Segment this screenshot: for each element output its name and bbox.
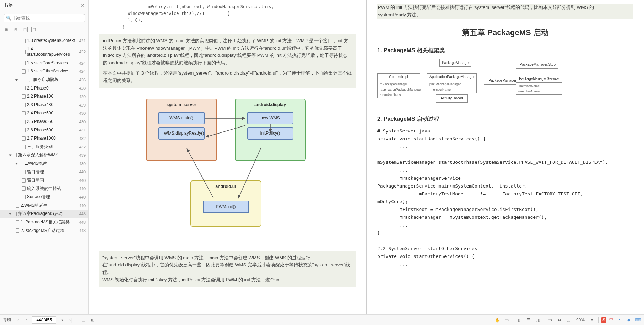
tree-item[interactable]: 1.4 startBootstrapServices422 [0,45,88,59]
first-page-button[interactable]: |‹ [15,317,20,323]
zoom-out-button[interactable]: ⊟ [80,317,87,323]
tree-item[interactable]: 2.WMS的诞生440 [0,201,88,210]
expand-icon[interactable] [15,163,18,164]
tree-item[interactable]: 2.7 Phase1000432 [0,134,88,143]
tree-item-page: 440 [79,178,86,183]
section-heading: 1. PackageMS 相关框架类 [377,46,633,55]
select-tool-icon[interactable]: ▭ [504,317,510,323]
tree-item[interactable]: 第四章深入解析WMS439 [0,151,88,159]
view-continuous-icon[interactable]: ☰ [525,317,532,323]
tree-item[interactable]: 第五章PackageMS启动448 [0,210,88,218]
rotate-icon[interactable]: ⟲ [547,317,553,323]
tree-item[interactable]: 窗口动画440 [0,176,88,185]
diagram-box-title: android.display [236,102,305,108]
tree-item-page: 424 [79,69,86,74]
paragraph: "system_server"线程中会调用 WMS 的 main 方法，main… [99,251,356,287]
expand-icon[interactable]: ⊞ [4,27,9,32]
diagram-node: WMS.main() [158,112,205,124]
page-right: PWM 的 init 方法执行完毕后会接着执行运行在"system_server… [367,0,644,314]
tree-item[interactable]: Surface管理440 [0,193,88,201]
tree-item[interactable]: 1.5 startCoreServices424 [0,59,88,67]
tree-item-label: 2.3 Phase480 [27,102,53,108]
close-icon[interactable]: ✕ [81,2,85,8]
tree-item-page: 432 [79,145,86,149]
page-input[interactable] [32,316,56,324]
bookmark-icon [22,50,26,54]
tree-item-label: Surface管理 [27,194,50,200]
ime-badge[interactable]: S [601,317,606,323]
bookmark-icon [22,145,26,149]
fit-page-icon[interactable]: ▢ [565,317,572,323]
tree-item[interactable]: 窗口管理440 [0,168,88,177]
diagram-box-title: android.ui [191,183,261,190]
bookmark-icon [20,162,23,166]
last-page-button[interactable]: ›| [68,317,73,323]
tree-item-page: 448 [79,228,86,233]
tree-item-label: 2.6 Phase600 [27,128,53,133]
tree-item[interactable]: 1.6 startOtherServices424 [0,67,88,76]
hand-tool-icon[interactable]: ✋ [494,317,501,323]
expand-icon[interactable] [9,155,12,156]
tree-item[interactable]: 二、服务启动阶段426 [0,76,88,84]
tree-item[interactable]: 2.6 Phase600431 [0,126,88,135]
footer-bar: 导航 |‹ ‹ › ›| ⊟ ⊞ ✋ ▭ ▯ ☰ ▯▯ ⟲ ⇔ ▢ 99% ▾ … [0,314,644,325]
tree-item[interactable]: 三、服务类别432 [0,143,88,151]
tree-item[interactable]: 2.3 Phase480429 [0,101,88,109]
zoom-level[interactable]: 99% [575,317,586,323]
tree-item[interactable]: 2.4 Phase500430 [0,109,88,118]
expand-icon[interactable] [15,79,18,81]
bookmark-icon [22,120,26,124]
tree-item-page: 429 [79,103,86,107]
chevron-down-icon[interactable]: ▾ [589,317,595,323]
diagram-node: WMS.displayReady() [158,127,205,140]
bookmark-icon [13,212,17,216]
diagram-node: new WMS [247,112,293,124]
ime-dot-icon[interactable]: • [616,317,623,323]
tree-item[interactable]: 1. PackageMS相关框架类448 [0,218,88,227]
tree-item-page: 421 [79,39,86,43]
prev-page-button[interactable]: ‹ [24,317,28,323]
view-facing-icon[interactable]: ▯▯ [535,317,541,323]
bookmark-icon [22,111,26,115]
ime-settings-icon[interactable]: ☻ [626,317,632,323]
thread-diagram: system_server WMS.main() WMS.displayRead… [135,99,320,241]
tree-item[interactable]: 2.PackageMS启动过程448 [0,227,88,235]
tree-item-page: 439 [79,153,86,157]
tree-item-label: 二、服务启动阶段 [25,77,59,83]
next-page-button[interactable]: › [60,317,64,323]
tree-item-label: 1.WMS概述 [25,161,47,167]
tree-item-page: 440 [79,195,86,199]
view-single-icon[interactable]: ▯ [516,317,523,323]
bookmark-icon [22,103,26,107]
zoom-in-button[interactable]: ⊞ [90,317,96,323]
bookmark-icon [22,39,26,43]
tree-item-label: 2.WMS的诞生 [21,203,47,208]
tree-item-label: 1.3 createSystemContext [27,38,75,44]
bookmark-tree[interactable]: 1.3 createSystemContext4211.4 startBoots… [0,35,88,314]
tree-item-label: 2.2 Phase100 [27,94,53,99]
tree-item-page: 440 [79,170,86,174]
ime-lang[interactable]: 中 [609,317,613,323]
sidebar-toolbar: ⊞ ⊟ ☐ ☐ [0,25,88,35]
tree-item[interactable]: 2.1 Phase0428 [0,84,88,93]
tree-item[interactable]: 1.3 createSystemContext421 [0,37,88,45]
tree-item-label: 1.4 startBootstrapServices [27,47,77,58]
tree-item-label: 窗口动画 [27,178,44,183]
tree-item-page: 430 [79,120,86,124]
tree-item[interactable]: 1.WMS概述439 [0,159,88,168]
bookmark-icon-2[interactable]: ☐ [31,27,37,32]
bookmark-icon[interactable]: ☐ [22,27,28,32]
fit-width-icon[interactable]: ⇔ [556,317,563,323]
bookmark-icon [16,228,19,233]
tree-item[interactable]: 输入系统的中转站440 [0,185,88,193]
bookmark-search[interactable]: 🔍 [4,14,85,22]
paragraph: PWM 的 init 方法执行完毕后会接着执行运行在"system_server… [377,4,633,19]
collapse-icon[interactable]: ⊟ [13,27,18,32]
tree-item[interactable]: 2.2 Phase100429 [0,92,88,101]
bookmark-icon [22,136,26,141]
ime-keyboard-icon[interactable]: ⌨ [635,317,641,323]
tree-item[interactable]: 2.5 Phase550430 [0,118,88,126]
search-input[interactable] [13,16,82,21]
expand-icon[interactable] [9,213,12,215]
tree-item-label: 2.7 Phase1000 [27,136,56,141]
